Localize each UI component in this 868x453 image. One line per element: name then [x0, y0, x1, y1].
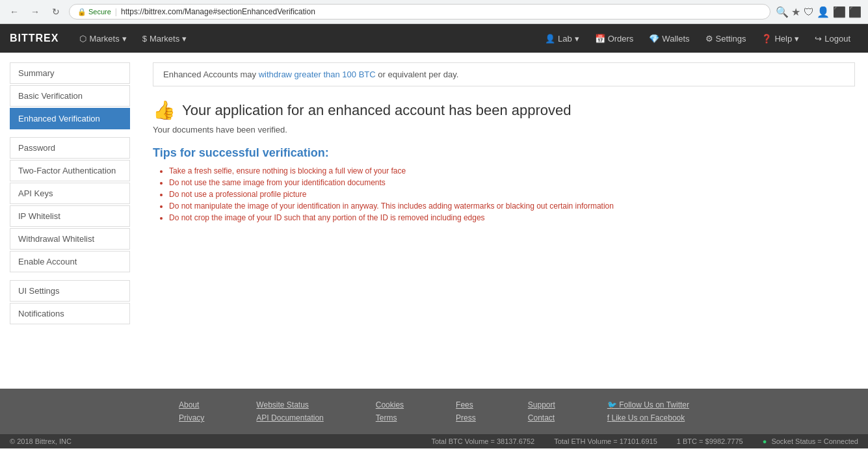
help-label: Help [774, 34, 792, 44]
forward-button[interactable]: → [27, 4, 43, 19]
lab-label: Lab [558, 34, 572, 44]
sidebar-item-password[interactable]: Password [10, 137, 130, 159]
secure-badge: 🔒 Secure [77, 8, 111, 16]
twitter-icon: 🐦 [607, 400, 619, 409]
sidebar-item-withdrawal-whitelist[interactable]: Withdrawal Whitelist [10, 228, 130, 250]
browser-bar: ← → ↻ 🔒 Secure | https://bittrex.com/Man… [0, 0, 868, 24]
sidebar-item-summary[interactable]: Summary [10, 62, 130, 84]
bottom-bar: © 2018 Bittrex, INC Total BTC Volume = 3… [0, 434, 868, 448]
tips-list: Take a fresh selfie, ensure nothing is b… [153, 166, 855, 222]
refresh-button[interactable]: ↻ [48, 4, 64, 19]
dollar-icon: $ [142, 34, 147, 44]
browser-icons: 🔍 ★ 🛡 👤 ⬛ ⬛ [776, 6, 861, 18]
logout-icon: ↪ [815, 34, 822, 44]
footer-terms-link[interactable]: Terms [376, 413, 404, 422]
address-url: https://bittrex.com/Manage#sectionEnhanc… [121, 7, 315, 16]
navbar-right: 👤 Lab ▾ 📅 Orders 💎 Wallets ⚙ Settings ❓ … [537, 24, 858, 53]
coin-icon: ⬡ [79, 34, 86, 44]
tip-5: Do not crop the image of your ID such th… [169, 213, 855, 222]
navbar-item-lab[interactable]: 👤 Lab ▾ [537, 24, 587, 53]
navbar: BITTREX ⬡ Markets ▾ $ Markets ▾ 👤 Lab ▾ … [0, 24, 868, 53]
footer-cookies-link[interactable]: Cookies [376, 400, 404, 409]
connected-dot: ● [763, 437, 767, 445]
tip-3: Do not use a professional profile pictur… [169, 190, 855, 199]
chevron-down-icon3: ▾ [575, 34, 579, 44]
footer-about-link[interactable]: About [179, 400, 204, 409]
sidebar-item-enhanced-verification[interactable]: Enhanced Verification [10, 108, 130, 129]
footer-col-about: About Privacy [179, 400, 204, 422]
sidebar-item-ui-settings[interactable]: UI Settings [10, 280, 130, 302]
markets2-label: Markets [150, 34, 179, 44]
footer-col-social: 🐦 Follow Us on Twitter f Like Us on Face… [607, 400, 689, 422]
wallets-label: Wallets [662, 34, 689, 44]
btc-price: 1 BTC = $9982.7775 [677, 437, 743, 445]
btc-volume: Total BTC Volume = 38137.6752 [431, 437, 534, 445]
lab-icon: 👤 [545, 34, 555, 44]
info-box: Enhanced Accounts may withdraw greater t… [153, 62, 855, 86]
logout-label: Logout [824, 34, 850, 44]
sidebar-item-enable-account[interactable]: Enable Account [10, 251, 130, 272]
footer-website-status-link[interactable]: Website Status [256, 400, 323, 409]
help-icon: ❓ [761, 34, 772, 44]
eth-volume: Total ETH Volume = 17101.6915 [554, 437, 657, 445]
approval-subtitle: Your documents have been verified. [153, 125, 855, 135]
sidebar-item-basic-verification[interactable]: Basic Verification [10, 85, 130, 107]
content-area: Enhanced Accounts may withdraw greater t… [140, 53, 868, 389]
navbar-brand: BITTREX [10, 32, 59, 44]
sidebar: Summary Basic Verification Enhanced Veri… [0, 53, 140, 389]
tip-2: Do not use the same image from your iden… [169, 178, 855, 187]
footer-contact-link[interactable]: Contact [528, 413, 555, 422]
facebook-icon: f [607, 413, 612, 422]
navbar-item-logout[interactable]: ↪ Logout [807, 24, 858, 53]
back-button[interactable]: ← [7, 4, 22, 19]
thumbs-up-icon: 👍 [153, 99, 176, 121]
tip-1: Take a fresh selfie, ensure nothing is b… [169, 166, 855, 175]
address-bar[interactable]: 🔒 Secure | https://bittrex.com/Manage#se… [69, 4, 770, 19]
footer-col-cookies: Cookies Terms [376, 400, 404, 422]
secure-label: Secure [88, 8, 111, 16]
tips-title: Tips for successful verification: [153, 146, 855, 160]
navbar-item-markets2[interactable]: $ Markets ▾ [135, 24, 194, 53]
chevron-down-icon2: ▾ [182, 34, 187, 44]
orders-label: Orders [608, 34, 634, 44]
footer-links: About Privacy Website Status API Documen… [0, 389, 868, 434]
navbar-item-wallets[interactable]: 💎 Wallets [641, 24, 697, 53]
withdraw-link[interactable]: withdraw greater than 100 BTC [259, 70, 376, 79]
footer-api-docs-link[interactable]: API Documentation [256, 413, 323, 422]
approval-title: Your application for an enhanced account… [182, 102, 572, 119]
footer-support-link[interactable]: Support [528, 400, 555, 409]
gear-icon: ⚙ [705, 34, 713, 44]
tip-4: Do not manipulate the image of your iden… [169, 201, 855, 211]
sidebar-item-two-factor[interactable]: Two-Factor Authentication [10, 160, 130, 181]
footer-press-link[interactable]: Press [456, 413, 476, 422]
navbar-item-settings[interactable]: ⚙ Settings [698, 24, 754, 53]
footer-privacy-link[interactable]: Privacy [179, 413, 204, 422]
footer-col-fees: Fees Press [456, 400, 476, 422]
sidebar-item-api-keys[interactable]: API Keys [10, 183, 130, 204]
navbar-item-orders[interactable]: 📅 Orders [587, 24, 642, 53]
calendar-icon: 📅 [595, 34, 605, 44]
bottom-bar-stats: Total BTC Volume = 38137.6752 Total ETH … [431, 437, 858, 445]
chevron-down-icon: ▾ [122, 34, 127, 44]
footer-fees-link[interactable]: Fees [456, 400, 476, 409]
footer-col-support: Support Contact [528, 400, 555, 422]
chevron-down-icon4: ▾ [795, 34, 799, 44]
copyright: © 2018 Bittrex, INC [10, 437, 72, 445]
footer-col-website: Website Status API Documentation [256, 400, 323, 422]
socket-status: ● Socket Status = Connected [763, 437, 858, 445]
markets1-label: Markets [89, 34, 119, 44]
settings-label: Settings [716, 34, 746, 44]
footer-twitter-link[interactable]: 🐦 Follow Us on Twitter [607, 400, 689, 409]
footer-facebook-link[interactable]: f Like Us on Facebook [607, 413, 689, 422]
approval-header: 👍 Your application for an enhanced accou… [153, 99, 855, 121]
sidebar-item-notifications[interactable]: Notifications [10, 303, 130, 324]
navbar-item-markets1[interactable]: ⬡ Markets ▾ [72, 24, 134, 53]
navbar-item-help[interactable]: ❓ Help ▾ [754, 24, 807, 53]
sidebar-item-ip-whitelist[interactable]: IP Whitelist [10, 205, 130, 227]
wallet-icon: 💎 [649, 34, 659, 44]
main-wrapper: Summary Basic Verification Enhanced Veri… [0, 53, 868, 389]
